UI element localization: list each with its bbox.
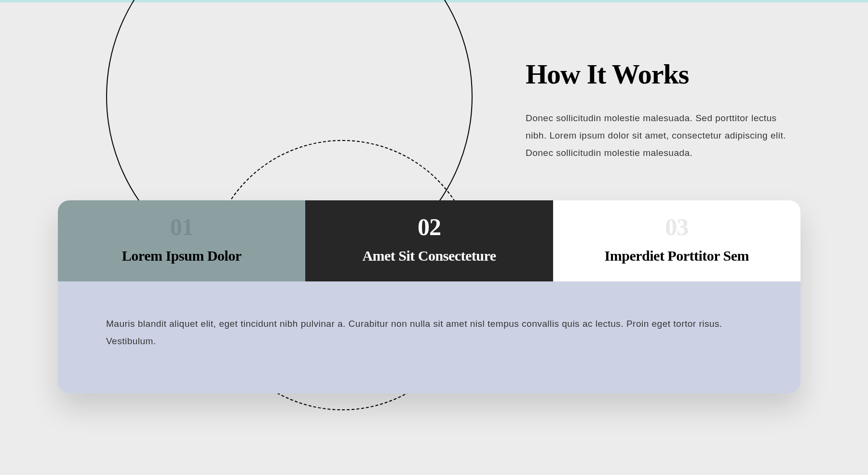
steps-card-body: Mauris blandit aliquet elit, eget tincid…: [58, 281, 800, 393]
section-title: How It Works: [526, 58, 800, 90]
tab-step-3[interactable]: 03 Imperdiet Porttitor Sem: [553, 200, 800, 281]
steps-tabs: 01 Lorem Ipsum Dolor 02 Amet Sit Consect…: [58, 200, 800, 281]
steps-card: 01 Lorem Ipsum Dolor 02 Amet Sit Consect…: [58, 200, 800, 393]
tab-number: 01: [68, 215, 296, 239]
section-description: Donec sollicitudin molestie malesuada. S…: [526, 110, 800, 162]
tab-title: Amet Sit Consecteture: [315, 248, 543, 264]
tab-step-1[interactable]: 01 Lorem Ipsum Dolor: [58, 200, 305, 281]
tab-number: 03: [563, 215, 791, 239]
tab-step-2[interactable]: 02 Amet Sit Consecteture: [305, 200, 553, 281]
steps-body-text: Mauris blandit aliquet elit, eget tincid…: [106, 315, 752, 350]
tab-title: Lorem Ipsum Dolor: [68, 248, 296, 264]
header-block: How It Works Donec sollicitudin molestie…: [526, 58, 800, 162]
tab-title: Imperdiet Porttitor Sem: [563, 248, 791, 264]
tab-number: 02: [315, 215, 543, 239]
